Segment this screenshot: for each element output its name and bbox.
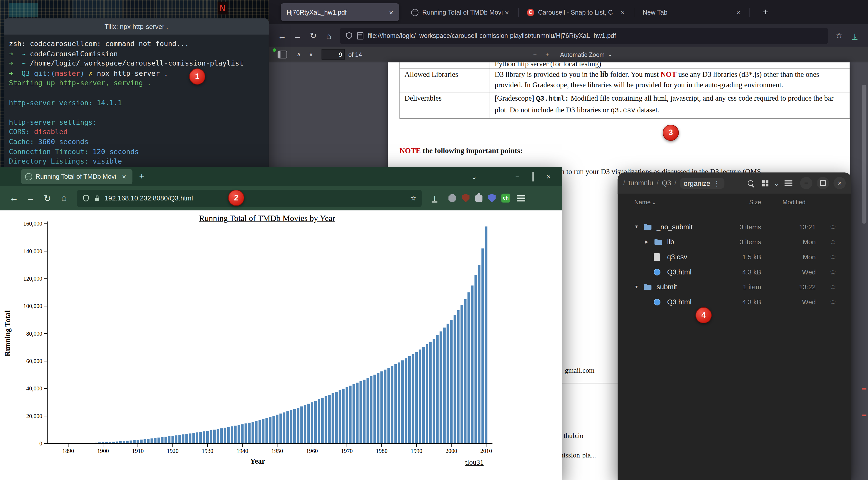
tab-close-icon[interactable]: × [387, 8, 396, 17]
search-button[interactable] [743, 176, 758, 190]
column-header-modified[interactable]: Modified [772, 199, 823, 205]
favorite-star-icon[interactable]: ☆ [823, 268, 844, 276]
bar-1950 [276, 415, 279, 444]
browser-tab-2[interactable]: Running Total of TMDb Movi× [406, 3, 515, 21]
favorite-star-icon[interactable]: ☆ [823, 253, 844, 261]
new-tab-button[interactable]: + [758, 7, 773, 18]
home-button[interactable]: ⌂ [321, 28, 337, 43]
browser-tab-1[interactable]: Hj76RtyXaL_hw1.pdf× [281, 3, 399, 21]
bar-1975 [363, 380, 366, 444]
bar-1905 [119, 441, 122, 444]
view-options-dropdown[interactable]: ⌄ [772, 176, 781, 190]
pdf-next-page-icon[interactable]: ∨ [305, 51, 317, 58]
pdf-prev-page-icon[interactable]: ∧ [292, 51, 305, 58]
tab-close-icon[interactable]: × [618, 8, 627, 17]
browser-tab-3[interactable]: CCarousell - Snap to List, C× [521, 3, 630, 21]
tab-close-icon[interactable]: × [734, 8, 743, 17]
zoom-select[interactable]: Automatic Zoom [560, 51, 604, 58]
url-bar[interactable]: 192.168.10.232:8080/Q3.html ☆ [77, 189, 422, 207]
column-header-size[interactable]: Size [733, 199, 772, 205]
back-button[interactable]: ← [274, 28, 290, 43]
zoom-in-icon[interactable]: + [541, 51, 553, 58]
terminal-titlebar[interactable]: Tilix: npx http-server . [4, 19, 269, 35]
forward-button[interactable]: → [290, 28, 306, 43]
bar-1933 [217, 429, 219, 444]
maximize-button[interactable] [817, 177, 829, 189]
favorite-star-icon[interactable]: ☆ [823, 282, 844, 291]
url-text[interactable]: file:///home/logic/_workspace/carousell-… [368, 32, 823, 39]
breadcrumb-organize[interactable]: organize ⋮ [680, 178, 724, 188]
bar-1943 [252, 422, 254, 444]
favorite-star-icon[interactable]: ☆ [823, 238, 844, 246]
scrollbar-thumb[interactable] [862, 85, 866, 223]
lock-icon[interactable] [94, 194, 100, 202]
download-icon[interactable]: ↓ [426, 190, 443, 206]
browser-tab-active[interactable]: Running Total of TMDb Movi × [21, 169, 133, 184]
chevron-down-icon[interactable]: ⌄ [608, 51, 613, 58]
scrollbar[interactable] [862, 62, 866, 480]
tab-close-icon[interactable]: × [502, 8, 512, 17]
x-tick-label: 1990 [410, 448, 422, 454]
view-toggle-button[interactable] [758, 176, 773, 190]
file-row-q3.csv[interactable]: q3.csv1.5 kBMon☆ [618, 249, 851, 265]
terminal-output[interactable]: zsh: codecarosuellcom: command not found… [4, 35, 269, 170]
url-bar[interactable]: file:///home/logic/_workspace/carousell-… [340, 28, 828, 44]
reload-button[interactable]: ↻ [305, 28, 321, 43]
favorite-star-icon[interactable]: ☆ [823, 298, 844, 306]
zoom-out-icon[interactable]: − [529, 51, 541, 58]
close-button[interactable]: × [541, 172, 556, 181]
table-cell [400, 62, 490, 68]
back-button[interactable]: ← [6, 190, 22, 206]
favorite-star-icon[interactable]: ☆ [823, 222, 844, 231]
bar-1937 [230, 426, 233, 443]
credit-link[interactable]: tlou31 [465, 458, 484, 467]
shield-icon[interactable] [346, 32, 353, 39]
adblock-icon[interactable] [448, 194, 456, 202]
minimize-button[interactable]: − [509, 172, 525, 181]
bookmark-star-icon[interactable]: ☆ [410, 194, 416, 202]
file-row-_no_submit[interactable]: ▼_no_submit3 items13:21☆ [618, 219, 851, 234]
pdf-sidebar-toggle-icon[interactable] [278, 51, 287, 58]
breadcrumb-tunmnlu[interactable]: tunmnlu [628, 179, 653, 187]
terminal-line: Connection Timeout: 120 seconds [9, 147, 264, 156]
shield-icon[interactable] [83, 194, 90, 202]
new-tab-button[interactable]: + [139, 172, 144, 181]
expander-down-icon[interactable]: ▼ [634, 224, 643, 229]
list-all-tabs-icon[interactable]: ⌄ [466, 172, 482, 181]
bar-1973 [356, 383, 359, 444]
download-icon[interactable]: ↓ [847, 28, 862, 43]
bookmark-star-icon[interactable]: ☆ [831, 28, 847, 43]
expander-right-icon[interactable]: ▶ [645, 239, 654, 244]
url-text[interactable]: 192.168.10.232:8080/Q3.html [105, 194, 410, 202]
terminal-line: Directory Listings: visible [9, 156, 264, 166]
x-tick-label: 1950 [271, 448, 283, 454]
browser-tab-4[interactable]: New Tab× [637, 3, 746, 21]
terminal-line: CORS: disabled [9, 127, 264, 137]
page-number-input[interactable] [321, 49, 345, 59]
file-name: lib [667, 238, 674, 245]
menu-icon[interactable] [517, 195, 525, 201]
file-size: 4.3 kB [733, 268, 772, 276]
eh-extension-icon[interactable]: eh [501, 193, 510, 203]
folder-menu-kebab-icon[interactable]: ⋮ [711, 179, 720, 187]
tab-close-icon[interactable]: × [120, 172, 128, 181]
privacy-shield-icon[interactable] [488, 194, 496, 203]
breadcrumb-Q3[interactable]: Q3 [662, 179, 671, 187]
home-button[interactable]: ⌂ [56, 190, 72, 206]
file-row-submit[interactable]: ▼submit1 item13:22☆ [618, 279, 851, 294]
file-row-lib[interactable]: ▶lib3 itemsMon☆ [618, 234, 851, 249]
forward-button[interactable]: → [22, 190, 39, 206]
minimize-button[interactable]: − [800, 177, 812, 189]
expander-down-icon[interactable]: ▼ [634, 284, 643, 290]
file-row-Q3.html[interactable]: Q3.html4.3 kBWed☆ [618, 294, 851, 309]
page-info-icon[interactable] [357, 32, 364, 39]
globe-favicon [411, 9, 418, 16]
reload-button[interactable]: ↻ [39, 190, 56, 206]
extensions-puzzle-icon[interactable] [475, 194, 482, 202]
column-header-name[interactable]: Name▴ [618, 199, 733, 205]
close-button[interactable]: × [833, 177, 846, 189]
ublock-origin-icon[interactable] [462, 194, 469, 203]
file-row-Q3.html[interactable]: Q3.html4.3 kBWed☆ [618, 265, 851, 279]
menu-button[interactable] [781, 176, 796, 190]
maximize-button[interactable] [525, 172, 541, 181]
